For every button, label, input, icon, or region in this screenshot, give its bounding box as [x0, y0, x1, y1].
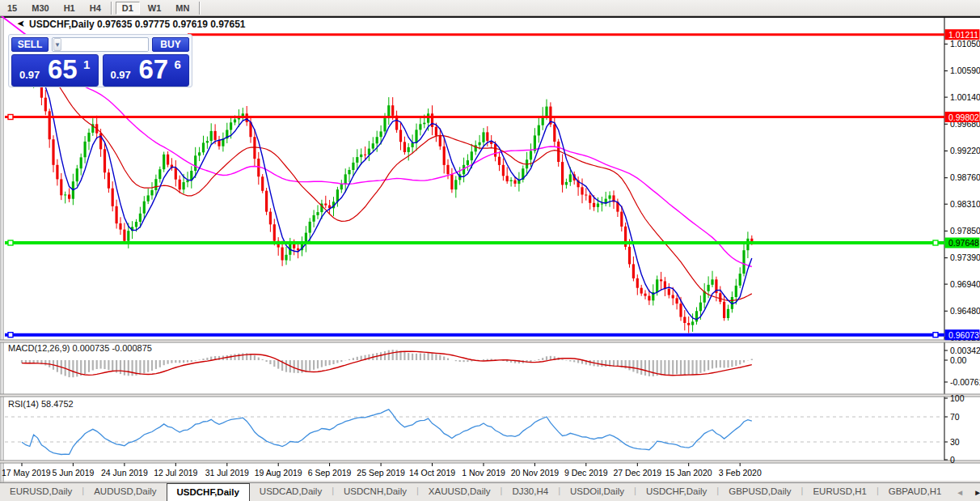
one-click-trading-panel: SELL ▼ ▲ BUY 0.97 65 1 0.97 67 6 [8, 34, 192, 87]
sell-price-box[interactable]: 0.97 65 1 [11, 54, 99, 87]
timeframe-button-w1[interactable]: W1 [142, 2, 168, 15]
svg-text:0.003428: 0.003428 [950, 346, 980, 355]
svg-text:15 Jan 2020: 15 Jan 2020 [665, 468, 712, 478]
timeframe-button-d1[interactable]: D1 [116, 2, 140, 15]
tab-usdcad-daily[interactable]: USDCAD,Daily [250, 483, 332, 501]
tab-usdcnh-daily[interactable]: USDCNH,Daily [334, 483, 416, 501]
tab-gbpaud-h1[interactable]: GBPAUD,H1 [879, 483, 952, 501]
svg-text:100: 100 [950, 393, 965, 403]
svg-text:1.00590: 1.00590 [950, 66, 980, 75]
volume-input[interactable] [62, 39, 149, 51]
svg-text:0.00: 0.00 [950, 355, 967, 365]
svg-text:3 Feb 2020: 3 Feb 2020 [719, 468, 762, 478]
svg-text:-0.007615: -0.007615 [950, 377, 980, 387]
svg-text:0.97648: 0.97648 [948, 238, 979, 248]
tab-scroll-right-icon[interactable]: ► [969, 488, 980, 497]
svg-text:20 Nov 2019: 20 Nov 2019 [511, 468, 560, 478]
sell-button[interactable]: SELL [11, 37, 49, 52]
sell-price-small: 0.97 [19, 69, 40, 81]
svg-text:12 Jul 2019: 12 Jul 2019 [154, 468, 197, 478]
tab-scroll-left-icon[interactable]: ◄ [951, 488, 969, 497]
timeframe-button-m30[interactable]: M30 [25, 2, 55, 15]
tab-dj30-h4[interactable]: DJ30,H4 [502, 483, 558, 501]
svg-text:1 Nov 2019: 1 Nov 2019 [462, 468, 505, 478]
svg-text:0.98760: 0.98760 [950, 172, 980, 182]
svg-text:1.00140: 1.00140 [950, 92, 980, 102]
toolbar-separator [111, 2, 112, 15]
svg-text:70: 70 [950, 412, 960, 422]
tab-scroll-arrows: ◄► [951, 483, 980, 501]
chart-object-arrow-icon: ➤ [17, 18, 25, 29]
tab-gbpusd-daily[interactable]: GBPUSD,Daily [719, 483, 800, 501]
svg-text:1.01211: 1.01211 [948, 30, 978, 40]
svg-text:9 Dec 2019: 9 Dec 2019 [564, 468, 608, 478]
timeframe-button-15[interactable]: 15 [1, 2, 23, 15]
svg-text:17 May 2019: 17 May 2019 [2, 468, 51, 478]
svg-text:14 Oct 2019: 14 Oct 2019 [409, 468, 455, 478]
svg-text:0.96480: 0.96480 [950, 306, 980, 316]
timeframe-button-mn[interactable]: MN [169, 2, 196, 15]
macd-label: MACD(12,26,9) 0.000735 -0.000875 [8, 343, 152, 353]
timeframe-button-h1[interactable]: H1 [57, 2, 82, 15]
tab-usdchf-daily[interactable]: USDCHF,Daily [167, 483, 250, 501]
svg-text:0.97390: 0.97390 [950, 253, 980, 262]
symbol-tabbar: EURUSD,Daily|AUDUSD,DailyUSDCHF,DailyUSD… [0, 482, 980, 501]
svg-text:0.99220: 0.99220 [950, 146, 980, 155]
buy-price-small: 0.97 [111, 69, 131, 81]
svg-text:5 Jun 2019: 5 Jun 2019 [52, 468, 94, 478]
chart-title: USDCHF,Daily 0.97635 0.97775 0.97619 0.9… [29, 19, 246, 30]
svg-text:0.99802: 0.99802 [948, 113, 979, 122]
tab-eurusd-daily[interactable]: EURUSD,Daily [0, 483, 82, 501]
svg-text:0.97850: 0.97850 [950, 226, 980, 236]
svg-text:30: 30 [950, 437, 960, 447]
buy-price-sup: 6 [175, 57, 181, 71]
svg-text:0: 0 [950, 455, 955, 465]
svg-text:27 Dec 2019: 27 Dec 2019 [614, 468, 662, 478]
buy-price-box[interactable]: 0.97 67 6 [103, 54, 190, 87]
timeframe-toolbar: 15M30H1H4D1W1MN [0, 0, 980, 16]
svg-text:0.96073: 0.96073 [948, 330, 979, 340]
svg-text:0.98310: 0.98310 [950, 199, 980, 209]
volume-stepper: ▼ ▲ [52, 37, 149, 52]
sell-price-big: 65 [48, 54, 78, 85]
svg-text:19 Aug 2019: 19 Aug 2019 [255, 468, 302, 478]
tab-usdoil-daily[interactable]: USDOil,Daily [560, 483, 634, 501]
tab-usdchf-daily[interactable]: USDCHF,Daily [636, 483, 716, 501]
buy-button[interactable]: BUY [152, 37, 189, 52]
toolbar-separator [199, 2, 201, 15]
svg-text:31 Jul 2019: 31 Jul 2019 [205, 468, 249, 478]
tab-audusd-daily[interactable]: AUDUSD,Daily [84, 483, 166, 501]
sell-price-sup: 1 [83, 57, 90, 71]
svg-text:1.01050: 1.01050 [950, 39, 980, 49]
volume-decrease-button[interactable]: ▼ [53, 38, 61, 51]
tab-eurusd-h1[interactable]: EURUSD,H1 [803, 483, 876, 501]
buy-price-big: 67 [139, 54, 169, 85]
tab-xauusd-daily[interactable]: XAUUSD,Daily [419, 483, 501, 501]
svg-text:24 Jun 2019: 24 Jun 2019 [101, 468, 148, 478]
timeframe-button-h4[interactable]: H4 [83, 2, 108, 15]
svg-text:0.96940: 0.96940 [950, 279, 980, 289]
svg-text:25 Sep 2019: 25 Sep 2019 [357, 468, 405, 478]
svg-text:6 Sep 2019: 6 Sep 2019 [308, 468, 352, 478]
mt4-window: 1.010501.005901.001400.996800.992200.987… [0, 0, 980, 501]
rsi-label: RSI(14) 58.4752 [8, 399, 74, 409]
